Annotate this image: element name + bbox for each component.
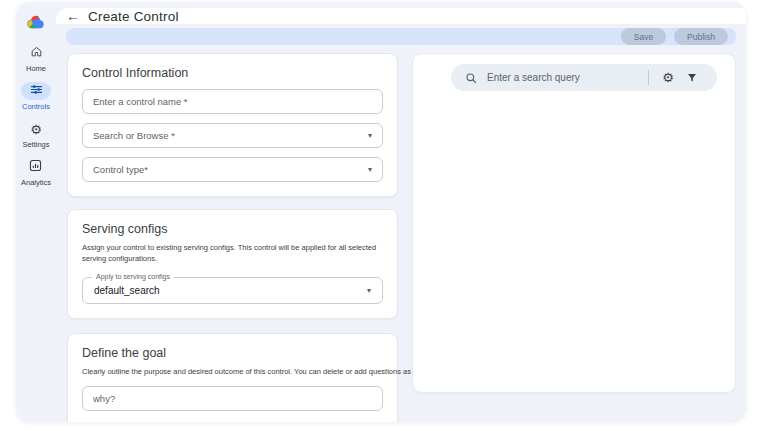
- sidebar-item-controls[interactable]: Controls: [21, 82, 51, 111]
- goal-why-input[interactable]: [82, 386, 383, 411]
- page-title: Create Control: [88, 9, 179, 24]
- sidebar: Home Controls: [16, 2, 56, 422]
- app-window: Home Controls: [16, 2, 746, 422]
- tune-icon: [30, 82, 43, 100]
- search-or-browse-select[interactable]: Search or Browse * ▾: [82, 123, 383, 148]
- search-input[interactable]: [487, 72, 638, 83]
- chevron-down-icon: ▾: [368, 131, 372, 140]
- select-placeholder: Control type*: [93, 164, 148, 175]
- action-toolbar: Save Publish: [66, 28, 736, 45]
- serving-configs-card: Serving configs Assign your control to e…: [67, 209, 398, 319]
- search-icon: [462, 69, 480, 87]
- divider: [648, 70, 649, 85]
- sidebar-item-analytics[interactable]: Analytics: [21, 158, 51, 187]
- select-placeholder: Search or Browse *: [93, 130, 175, 141]
- control-type-select[interactable]: Control type* ▾: [82, 157, 383, 182]
- page-header: ← Create Control: [56, 8, 746, 24]
- sidebar-item-label: Home: [26, 64, 46, 73]
- search-bar[interactable]: ⚙: [451, 64, 717, 91]
- sidebar-item-label: Controls: [22, 102, 50, 111]
- card-title: Control Information: [82, 66, 383, 80]
- card-title: Define the goal: [82, 346, 383, 360]
- home-icon: [30, 44, 43, 62]
- card-description: Assign your control to existing serving …: [82, 242, 383, 265]
- google-cloud-logo-icon: [25, 12, 47, 30]
- search-preview-panel: ⚙: [412, 53, 736, 393]
- sidebar-item-home[interactable]: Home: [21, 44, 51, 73]
- select-floating-label: Apply to serving configs: [92, 273, 174, 280]
- publish-button[interactable]: Publish: [674, 28, 728, 45]
- control-name-input[interactable]: [82, 89, 383, 114]
- sidebar-item-label: Settings: [22, 140, 49, 149]
- chevron-down-icon: ▾: [368, 165, 372, 174]
- content-area: ← Create Control Save Publish Control In…: [56, 2, 746, 422]
- sidebar-item-label: Analytics: [21, 178, 51, 187]
- filter-icon[interactable]: [683, 69, 701, 87]
- card-title: Serving configs: [82, 222, 383, 236]
- define-goal-card: Define the goal Clearly outline the purp…: [67, 333, 398, 423]
- search-settings-gear-icon[interactable]: ⚙: [659, 69, 677, 87]
- back-arrow-icon[interactable]: ←: [66, 8, 80, 24]
- analytics-icon: [29, 158, 42, 176]
- gear-icon: ⚙: [30, 123, 42, 136]
- select-value: default_search: [94, 285, 160, 296]
- save-button[interactable]: Save: [621, 28, 666, 45]
- card-description: Clearly outline the purpose and desired …: [82, 366, 383, 377]
- control-information-card: Control Information Search or Browse * ▾…: [67, 53, 398, 197]
- sidebar-item-settings[interactable]: ⚙ Settings: [21, 120, 51, 149]
- serving-configs-select[interactable]: Apply to serving configs default_search …: [82, 277, 383, 304]
- chevron-down-icon: ▾: [367, 286, 371, 295]
- form-column: Control Information Search or Browse * ▾…: [67, 53, 398, 422]
- main-panels: Control Information Search or Browse * ▾…: [56, 45, 746, 422]
